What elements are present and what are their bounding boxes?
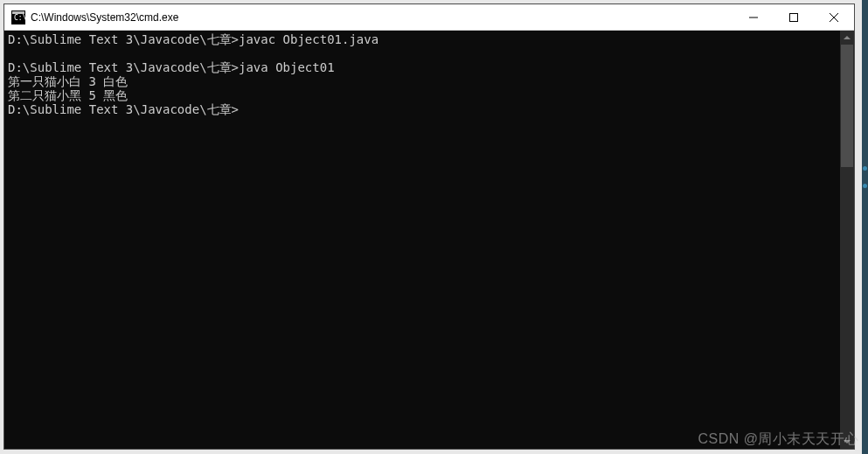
terminal-line: D:\Sublime Text 3\Javacode\七章>java Objec…	[8, 60, 837, 74]
svg-rect-4	[790, 13, 798, 21]
window-title: C:\Windows\System32\cmd.exe	[31, 11, 733, 24]
minimize-button[interactable]	[733, 4, 774, 30]
scrollbar-thumb[interactable]	[841, 45, 853, 167]
terminal-area: D:\Sublime Text 3\Javacode\七章>javac Obje…	[4, 31, 854, 449]
titlebar[interactable]: C:\ C:\Windows\System32\cmd.exe	[4, 4, 854, 31]
vertical-scrollbar[interactable]	[840, 31, 854, 449]
scroll-down-arrow[interactable]	[840, 435, 854, 449]
window-controls	[733, 4, 854, 30]
edge-dot-icon	[863, 166, 867, 171]
terminal-line: 第一只猫小白 3 白色	[8, 74, 837, 88]
terminal-output[interactable]: D:\Sublime Text 3\Javacode\七章>javac Obje…	[4, 31, 840, 449]
terminal-line: D:\Sublime Text 3\Javacode\七章>	[8, 102, 837, 116]
cmd-window: C:\ C:\Windows\System32\cmd.exe D:\Subli…	[3, 3, 855, 450]
svg-marker-8	[844, 440, 851, 444]
svg-text:C:\: C:\	[14, 14, 25, 22]
terminal-line: 第二只猫小黑 5 黑色	[8, 88, 837, 102]
close-button[interactable]	[814, 4, 854, 30]
terminal-line: D:\Sublime Text 3\Javacode\七章>javac Obje…	[8, 32, 837, 46]
edge-dot-icon	[863, 184, 867, 188]
maximize-button[interactable]	[774, 4, 814, 30]
scroll-up-arrow[interactable]	[840, 31, 854, 45]
cmd-icon: C:\	[11, 10, 25, 24]
svg-marker-7	[844, 36, 851, 39]
right-edge-strip	[862, 0, 868, 454]
terminal-line	[8, 46, 837, 60]
